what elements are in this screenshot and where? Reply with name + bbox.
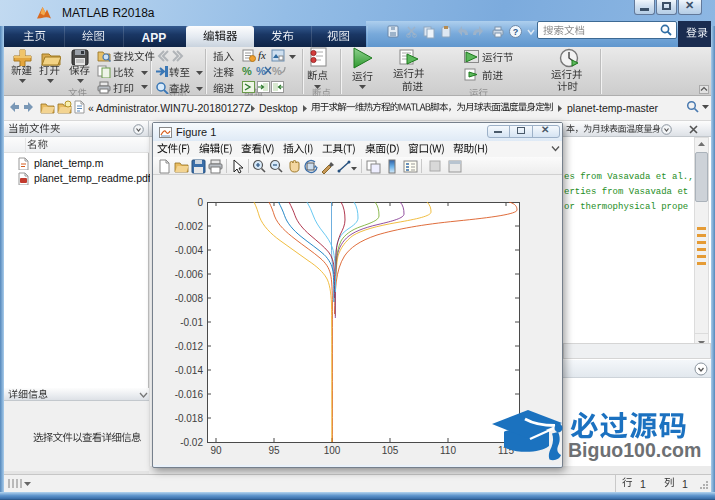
svg-text:?: ? <box>513 27 519 37</box>
